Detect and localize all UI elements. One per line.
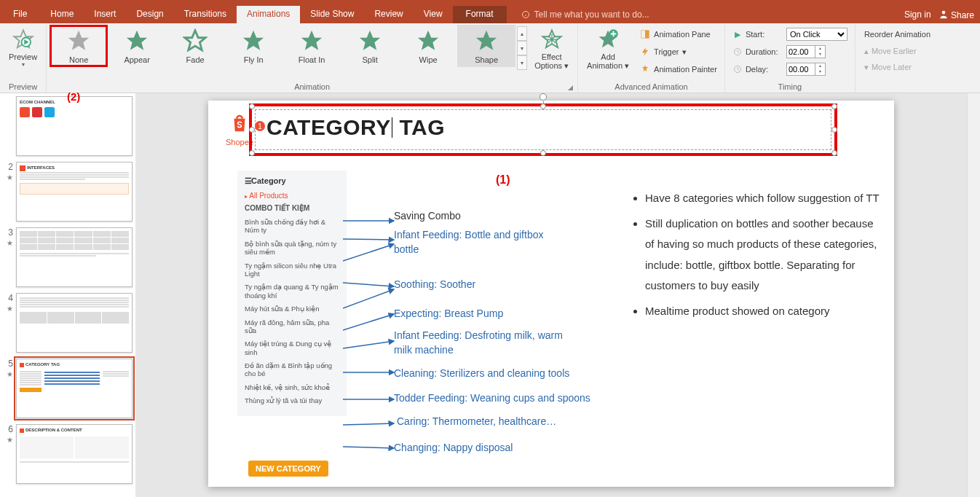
cat-item: Ty ngậm dạ quang & Ty ngậm thoáng khí bbox=[245, 283, 339, 300]
ribbon-tabs: File Home Insert Design Transitions Anim… bbox=[0, 6, 980, 23]
effect-options-icon bbox=[540, 28, 564, 51]
cat-item: Bình sữa chống đầy hơi & Núm ty bbox=[245, 218, 339, 235]
bullet-item: Mealtime product showed on category bbox=[645, 301, 880, 322]
star-green-icon bbox=[415, 28, 441, 54]
svg-marker-18 bbox=[642, 65, 648, 71]
slide-thumb-6[interactable]: DESCRIPTION & CONTENT bbox=[16, 424, 133, 484]
cat-item: Đồ ăn dặm & Bình tập uống cho bé bbox=[245, 361, 339, 378]
cat-item: COMBO TIẾT KIỆM bbox=[245, 204, 339, 213]
slide-thumb-5[interactable]: CATEGORY TAG bbox=[16, 359, 133, 418]
annotation-2: (2) bbox=[67, 90, 80, 103]
slide-thumb-1[interactable]: ECOM CHANNEL bbox=[16, 96, 133, 156]
slide-thumbnails[interactable]: ECOM CHANNEL 2★ INTERFACES 3★ 4★ 5★ bbox=[0, 93, 135, 497]
add-animation-icon bbox=[596, 28, 620, 51]
arrow-connectors bbox=[343, 214, 401, 483]
anim-appear[interactable]: Appear bbox=[108, 25, 166, 67]
anim-fade[interactable]: Fade bbox=[166, 25, 224, 67]
group-label-timing: Timing bbox=[728, 82, 852, 93]
cat-item: Thùng xử lý tã và túi thay bbox=[245, 396, 339, 404]
cat-item: Máy tiệt trùng & Dung cụ vệ sinh bbox=[245, 340, 339, 356]
start-select[interactable]: On Click bbox=[786, 28, 847, 41]
category-panel: Category All Products COMBO TIẾT KIỆM Bì… bbox=[237, 171, 347, 416]
bullet-list: Have 8 categories which follow suggestio… bbox=[632, 188, 880, 326]
delay-label: Delay: bbox=[746, 65, 783, 74]
delay-spinner[interactable]: ▴▾ bbox=[786, 63, 826, 76]
start-label: Start: bbox=[746, 30, 783, 39]
play-icon: ▶ bbox=[732, 30, 743, 39]
scroll-up-icon[interactable]: ▴ bbox=[517, 26, 527, 41]
dialog-launcher-icon[interactable]: ◢ bbox=[568, 84, 573, 91]
animation-pane-icon bbox=[639, 28, 651, 40]
svg-marker-5 bbox=[68, 31, 89, 50]
effect-options-button[interactable]: EffectOptions ▾ bbox=[529, 25, 574, 73]
anim-floatin[interactable]: Float In bbox=[282, 25, 341, 67]
svg-marker-8 bbox=[243, 31, 264, 50]
gallery-scroll[interactable]: ▴ ▾ ▾ bbox=[515, 25, 529, 71]
star-green-icon bbox=[299, 28, 325, 54]
scroll-more-icon[interactable]: ▾ bbox=[517, 55, 527, 70]
svg-line-25 bbox=[343, 289, 394, 308]
slide-thumb-3[interactable] bbox=[16, 227, 133, 287]
move-later-button: ▾Move Later bbox=[864, 60, 930, 74]
slide-canvas[interactable]: Shopee 1 CATEGORY TAG (1) Category All P bbox=[135, 93, 967, 497]
anim-none[interactable]: None bbox=[50, 25, 108, 67]
svg-marker-11 bbox=[418, 31, 438, 50]
tab-format[interactable]: Format bbox=[453, 6, 507, 23]
group-label-advanced: Advanced Animation bbox=[581, 82, 722, 93]
all-products-link: All Products bbox=[245, 192, 339, 200]
tab-insert[interactable]: Insert bbox=[84, 6, 126, 23]
anim-flyin[interactable]: Fly In bbox=[224, 25, 282, 67]
star-green-icon bbox=[182, 28, 208, 54]
preview-button[interactable]: Preview ▾ bbox=[3, 25, 43, 71]
svg-line-26 bbox=[343, 314, 394, 330]
tab-design[interactable]: Design bbox=[126, 6, 173, 23]
star-outline-icon bbox=[66, 28, 92, 54]
svg-marker-12 bbox=[476, 31, 497, 50]
tab-review[interactable]: Review bbox=[364, 6, 413, 23]
tab-transitions[interactable]: Transitions bbox=[174, 6, 237, 23]
category-header: Category bbox=[245, 176, 339, 186]
add-animation-button[interactable]: AddAnimation ▾ bbox=[581, 25, 635, 73]
scroll-down-icon[interactable]: ▾ bbox=[517, 41, 527, 55]
slide-thumb-4[interactable] bbox=[16, 293, 133, 353]
vertical-scrollbar[interactable] bbox=[967, 93, 980, 497]
animation-pane-button[interactable]: Animation Pane bbox=[639, 26, 717, 42]
animation-painter-button[interactable]: Animation Painter bbox=[639, 61, 717, 77]
svg-line-24 bbox=[343, 283, 394, 286]
slide-title[interactable]: CATEGORY TAG bbox=[266, 115, 445, 140]
cat-item: Máy rã đông, hâm sữa, pha sữa bbox=[245, 318, 339, 335]
tab-file[interactable]: File bbox=[0, 6, 40, 23]
svg-line-22 bbox=[343, 239, 394, 240]
painter-icon bbox=[639, 63, 651, 75]
tell-me[interactable]: Tell me what you want to do... bbox=[507, 6, 904, 23]
rotate-handle-icon[interactable] bbox=[540, 93, 547, 101]
star-green-icon bbox=[357, 28, 383, 54]
preview-icon bbox=[12, 28, 35, 51]
star-green-icon bbox=[124, 28, 150, 54]
anim-split[interactable]: Split bbox=[341, 25, 399, 67]
chevron-up-icon: ▴ bbox=[864, 47, 869, 56]
group-label-animation: Animation◢ bbox=[50, 82, 574, 93]
trigger-button[interactable]: Trigger ▾ bbox=[639, 44, 717, 60]
tab-home[interactable]: Home bbox=[40, 6, 84, 23]
anim-wipe[interactable]: Wipe bbox=[399, 25, 457, 67]
duration-spinner[interactable]: ▴▾ bbox=[786, 45, 826, 58]
trigger-icon bbox=[639, 46, 651, 58]
svg-marker-7 bbox=[185, 31, 205, 50]
chevron-down-icon: ▾ bbox=[864, 63, 869, 72]
star-green-icon bbox=[473, 28, 499, 54]
svg-marker-6 bbox=[127, 31, 147, 50]
svg-line-27 bbox=[343, 341, 394, 348]
new-category-badge: NEW CATEGORY bbox=[248, 461, 328, 477]
slide-thumb-2[interactable]: INTERFACES bbox=[16, 162, 133, 222]
tab-slideshow[interactable]: Slide Show bbox=[300, 6, 364, 23]
mapping-labels: Saving Combo Infant Feeding: Bottle and … bbox=[394, 210, 590, 453]
anim-shape[interactable]: Shape bbox=[457, 25, 515, 67]
sign-in-link[interactable]: Sign in bbox=[904, 9, 931, 20]
tab-view[interactable]: View bbox=[414, 6, 453, 23]
tab-animations[interactable]: Animations bbox=[237, 6, 300, 23]
cat-item: Máy hút sữa & Phụ kiện bbox=[245, 305, 339, 313]
share-button[interactable]: Share bbox=[938, 9, 974, 20]
bullet-item: Still duplication on bottles and soother… bbox=[645, 214, 880, 297]
annotation-1: (1) bbox=[496, 173, 510, 187]
